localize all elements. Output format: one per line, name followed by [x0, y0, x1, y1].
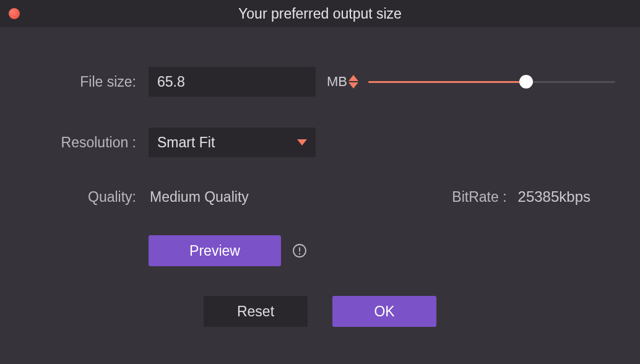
resolution-select[interactable]: Smart Fit [149, 128, 316, 157]
stepper-up-icon[interactable] [348, 75, 358, 81]
window-title: Your preferred output size [238, 6, 402, 22]
stepper-arrows [348, 67, 362, 97]
titlebar: Your preferred output size [0, 0, 640, 27]
file-size-slider[interactable] [368, 75, 615, 89]
resolution-label: Resolution : [25, 134, 149, 151]
close-button[interactable] [9, 8, 20, 19]
reset-button[interactable]: Reset [204, 296, 308, 327]
slider-thumb[interactable] [519, 75, 533, 89]
resolution-row: Resolution : Smart Fit [25, 128, 615, 157]
ok-button[interactable]: OK [332, 296, 436, 327]
dialog-content: File size: MB Resolution : Smart Fit Qua… [0, 27, 640, 327]
file-size-row: File size: MB [25, 67, 615, 97]
alert-icon [292, 243, 307, 258]
bitrate-value: 25385kbps [518, 188, 590, 206]
slider-fill [368, 81, 526, 83]
bitrate-block: BitRate : 25385kbps [452, 188, 590, 206]
chevron-down-icon [297, 139, 307, 145]
bitrate-label: BitRate : [452, 189, 506, 206]
dialog-actions: Reset OK [25, 296, 615, 327]
quality-bitrate-row: Quality: Medium Quality BitRate : 25385k… [25, 188, 615, 206]
file-size-unit: MB [327, 74, 347, 90]
svg-point-2 [299, 253, 300, 254]
file-size-label: File size: [25, 74, 149, 90]
quality-label: Quality: [25, 189, 149, 206]
quality-value: Medium Quality [150, 189, 249, 206]
stepper-down-icon[interactable] [348, 82, 358, 89]
file-size-stepper[interactable] [149, 67, 316, 97]
resolution-selected: Smart Fit [157, 134, 215, 151]
preview-button[interactable]: Preview [149, 235, 281, 266]
file-size-input[interactable] [149, 67, 348, 97]
preview-row: Preview [25, 235, 615, 266]
